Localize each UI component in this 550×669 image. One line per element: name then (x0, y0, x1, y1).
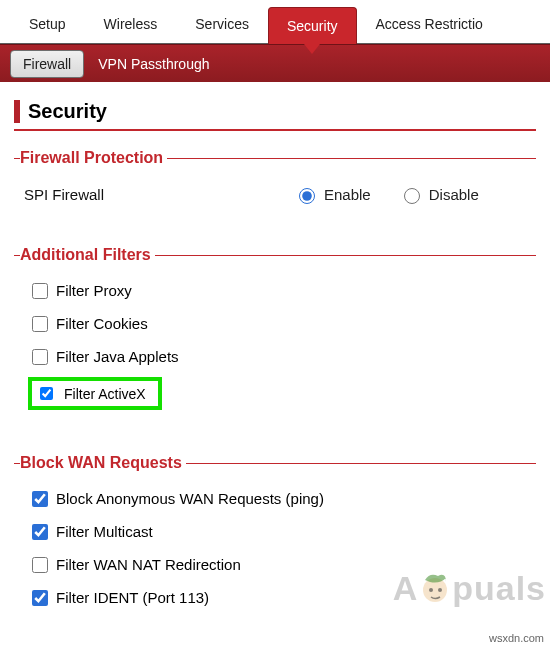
tab-setup[interactable]: Setup (10, 5, 85, 43)
fieldset-block-wan: Block WAN Requests Block Anonymous WAN R… (14, 454, 536, 626)
label-filter-proxy: Filter Proxy (56, 282, 132, 299)
radio-enable-label: Enable (324, 186, 371, 203)
tab-access-restrictions[interactable]: Access Restrictio (357, 5, 502, 43)
radio-enable-wrap[interactable]: Enable (294, 185, 371, 204)
checkbox-row-filter-ident: Filter IDENT (Port 113) (24, 585, 526, 618)
checkbox-block-anon[interactable] (32, 491, 48, 507)
checkbox-filter-cookies[interactable] (32, 316, 48, 332)
router-admin-page: Setup Wireless Services Security Access … (0, 0, 550, 646)
checkbox-filter-nat[interactable] (32, 557, 48, 573)
content-area: Security Firewall Protection SPI Firewal… (0, 82, 550, 646)
legend-block-wan: Block WAN Requests (20, 454, 186, 472)
page-title: Security (14, 100, 536, 123)
radio-disable-wrap[interactable]: Disable (399, 185, 479, 204)
legend-firewall-protection: Firewall Protection (20, 149, 167, 167)
radio-disable-label: Disable (429, 186, 479, 203)
subtab-vpn-passthrough[interactable]: VPN Passthrough (84, 49, 223, 79)
fieldset-firewall-protection: Firewall Protection SPI Firewall Enable … (14, 149, 536, 216)
tab-wireless[interactable]: Wireless (85, 5, 177, 43)
row-spi-firewall: SPI Firewall Enable Disable (24, 181, 526, 208)
checkbox-row-filter-nat: Filter WAN NAT Redirection (24, 552, 526, 585)
tab-security[interactable]: Security (268, 7, 357, 44)
tab-services[interactable]: Services (176, 5, 268, 43)
main-tabbar: Setup Wireless Services Security Access … (0, 0, 550, 44)
radio-enable[interactable] (299, 188, 315, 204)
checkbox-row-filter-multicast: Filter Multicast (24, 519, 526, 552)
label-block-anon: Block Anonymous WAN Requests (ping) (56, 490, 324, 507)
checkbox-row-filter-java: Filter Java Applets (24, 344, 526, 377)
radio-disable[interactable] (404, 188, 420, 204)
subtab-firewall[interactable]: Firewall (10, 50, 84, 78)
label-spi-firewall: SPI Firewall (24, 186, 294, 203)
checkbox-filter-java[interactable] (32, 349, 48, 365)
checkbox-row-filter-activex-wrap: Filter ActiveX (24, 377, 526, 416)
label-filter-ident: Filter IDENT (Port 113) (56, 589, 209, 606)
title-underline (14, 129, 536, 131)
fieldset-additional-filters: Additional Filters Filter Proxy Filter C… (14, 246, 536, 424)
checkbox-filter-multicast[interactable] (32, 524, 48, 540)
checkbox-filter-proxy[interactable] (32, 283, 48, 299)
checkbox-row-filter-proxy: Filter Proxy (24, 278, 526, 311)
label-filter-java: Filter Java Applets (56, 348, 179, 365)
label-filter-multicast: Filter Multicast (56, 523, 153, 540)
checkbox-row-filter-cookies: Filter Cookies (24, 311, 526, 344)
legend-additional-filters: Additional Filters (20, 246, 155, 264)
label-filter-nat: Filter WAN NAT Redirection (56, 556, 241, 573)
checkbox-filter-activex[interactable] (40, 387, 53, 400)
label-filter-cookies: Filter Cookies (56, 315, 148, 332)
checkbox-row-block-anon: Block Anonymous WAN Requests (ping) (24, 486, 526, 519)
highlight-filter-activex: Filter ActiveX (28, 377, 162, 410)
label-filter-activex: Filter ActiveX (64, 386, 146, 402)
subtab-bar: Firewall VPN Passthrough (0, 44, 550, 82)
checkbox-filter-ident[interactable] (32, 590, 48, 606)
controls-spi-firewall: Enable Disable (294, 185, 479, 204)
